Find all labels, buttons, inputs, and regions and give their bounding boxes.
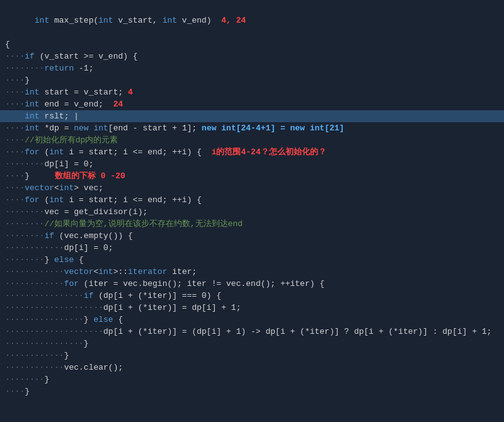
code-line: ····int *dp = new int[end - start + 1]; … xyxy=(0,122,504,134)
code-line: ············for (iter = vec.begin(); ite… xyxy=(0,278,504,290)
code-line: ····vector<int> vec; xyxy=(0,182,504,194)
code-line: ········if (vec.empty()) { xyxy=(0,230,504,242)
code-line: ····} xyxy=(0,385,504,397)
code-line: ········} xyxy=(0,374,504,385)
code-line: ············vector<int>::iterator iter; xyxy=(0,266,504,278)
code-line: ················if (dp[i + (*iter)] === … xyxy=(0,290,504,302)
code-line: { xyxy=(0,38,504,50)
code-line: ····int start = v_start; 4 xyxy=(0,86,504,98)
code-line: ····} 数组的下标 0 -20 xyxy=(0,170,504,182)
code-line: ················} xyxy=(0,338,504,350)
code-line: ············vec.clear(); xyxy=(0,362,504,374)
code-line: ····················dp[i + (*iter)] = dp… xyxy=(0,302,504,314)
code-line: ····} xyxy=(0,74,504,86)
code-line: ················} else { xyxy=(0,314,504,326)
code-line: ········return -1; xyxy=(0,62,504,74)
code-line: ····//初始化所有dp内的元素 xyxy=(0,134,504,146)
code-line: ····for (int i = start; i <= end; ++i) {… xyxy=(0,146,504,158)
code-line: ····················dp[i + (*iter)] = (d… xyxy=(0,326,504,338)
code-line: ········dp[i] = 0; xyxy=(0,158,504,170)
code-line: ········} else { xyxy=(0,254,504,266)
code-line-highlighted: int rslt; | xyxy=(0,110,504,122)
code-line: ············dp[i] = 0; xyxy=(0,242,504,254)
code-line: ····for (int i = start; i <= end; ++i) { xyxy=(0,194,504,206)
code-line: ············} xyxy=(0,350,504,362)
code-editor: int max_step(int v_start, int v_end) 4, … xyxy=(0,0,504,422)
code-line: ····if (v_start >= v_end) { xyxy=(0,50,504,62)
code-line: int max_step(int v_start, int v_end) 4, … xyxy=(0,3,504,38)
keyword: int xyxy=(35,16,49,25)
code-line: ········//如果向量为空,说明在该步不存在约数,无法到达end xyxy=(0,218,504,230)
code-line: ····int end = v_end; 24 xyxy=(0,98,504,110)
code-line xyxy=(0,397,504,422)
code-line: ········vec = get_divisor(i); xyxy=(0,206,504,218)
